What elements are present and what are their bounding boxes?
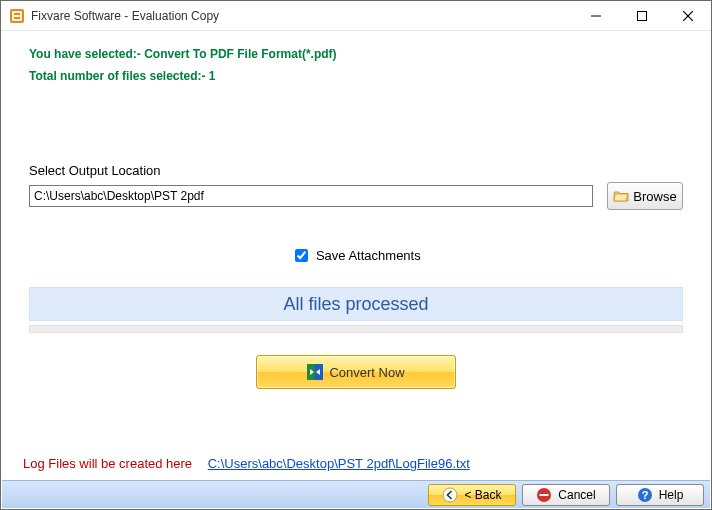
- maximize-button[interactable]: [619, 1, 665, 31]
- back-button-label: < Back: [464, 488, 501, 502]
- close-button[interactable]: [665, 1, 711, 31]
- back-button[interactable]: < Back: [428, 484, 516, 506]
- progress-bar: [29, 325, 683, 333]
- convert-now-button[interactable]: Convert Now: [256, 355, 456, 389]
- help-button[interactable]: ? Help: [616, 484, 704, 506]
- svg-rect-12: [540, 494, 549, 496]
- log-file-link[interactable]: C:\Users\abc\Desktop\PST 2pdf\LogFile96.…: [208, 456, 470, 471]
- cancel-icon: [536, 487, 552, 503]
- svg-rect-5: [638, 11, 647, 20]
- svg-rect-2: [14, 13, 20, 15]
- minimize-button[interactable]: [573, 1, 619, 31]
- convert-icon: [307, 364, 323, 380]
- back-arrow-icon: [442, 487, 458, 503]
- convert-row: Convert Now: [29, 355, 683, 389]
- cancel-button[interactable]: Cancel: [522, 484, 610, 506]
- log-row: Log Files will be created here C:\Users\…: [23, 456, 689, 471]
- svg-rect-1: [12, 11, 22, 21]
- folder-open-icon: [613, 188, 629, 204]
- svg-text:?: ?: [641, 489, 648, 501]
- selection-info: You have selected:- Convert To PDF File …: [29, 47, 683, 61]
- window-controls: [573, 1, 711, 31]
- help-button-label: Help: [659, 488, 684, 502]
- save-attachments-checkbox[interactable]: [295, 249, 308, 262]
- save-attachments-option[interactable]: Save Attachments: [291, 248, 420, 263]
- save-attachments-row: Save Attachments: [29, 246, 683, 265]
- app-icon: [9, 8, 25, 24]
- titlebar: Fixvare Software - Evaluation Copy: [1, 1, 711, 31]
- browse-button[interactable]: Browse: [607, 182, 683, 210]
- output-row: Browse: [29, 182, 683, 210]
- output-location-label: Select Output Location: [29, 163, 683, 178]
- browse-button-label: Browse: [633, 189, 676, 204]
- main-content: You have selected:- Convert To PDF File …: [1, 31, 711, 389]
- help-icon: ?: [637, 487, 653, 503]
- log-label: Log Files will be created here: [23, 456, 192, 471]
- convert-now-label: Convert Now: [329, 365, 404, 380]
- svg-point-10: [443, 488, 457, 502]
- total-files-info: Total number of files selected:- 1: [29, 69, 683, 83]
- status-message: All files processed: [29, 287, 683, 321]
- output-path-input[interactable]: [29, 185, 593, 207]
- cancel-button-label: Cancel: [558, 488, 595, 502]
- save-attachments-label: Save Attachments: [316, 248, 421, 263]
- svg-rect-3: [14, 17, 20, 19]
- window-title: Fixvare Software - Evaluation Copy: [31, 9, 219, 23]
- footer-bar: < Back Cancel ? Help: [2, 480, 710, 508]
